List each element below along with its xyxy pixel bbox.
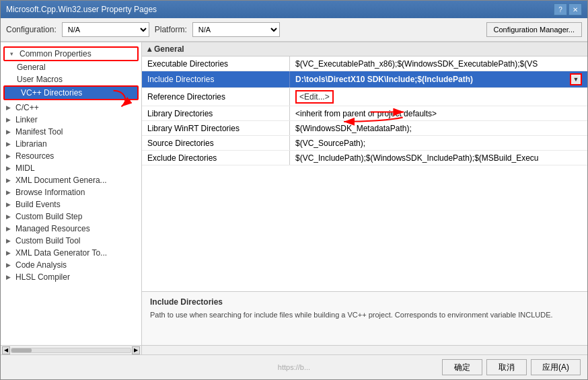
sidebar-item-general[interactable]: General [1, 61, 141, 73]
sidebar-item-vc-directories[interactable]: VC++ Directories [5, 87, 137, 99]
prop-value: $(VC_SourcePath); [290, 136, 587, 150]
sidebar-item-linker[interactable]: ▶ Linker [1, 114, 141, 126]
bottom-panel-desc: Path to use when searching for include f… [150, 309, 579, 321]
sidebar-item-label: Manifest Tool [15, 127, 139, 137]
sidebar-item-label: XML Data Generator To... [15, 248, 139, 258]
sidebar-item-label: Resources [15, 151, 139, 161]
prop-name-text: Library Directories [147, 109, 213, 118]
help-button[interactable]: ? [554, 3, 567, 15]
apply-button[interactable]: 应用(A) [531, 359, 581, 375]
sidebar-item-user-macros[interactable]: User Macros [1, 73, 141, 85]
prop-value: $(VC_ExecutablePath_x86);$(WindowsSDK_Ex… [290, 56, 587, 71]
sidebar-item-label: Common Properties [20, 49, 135, 59]
sidebar-item-label: Browse Information [15, 188, 139, 197]
sidebar-item-librarian[interactable]: ▶ Librarian [1, 138, 141, 150]
main-content: ▾ Common Properties General User Macros … [1, 42, 587, 345]
include-dropdown-button[interactable]: ▼ [570, 73, 582, 85]
title-bar: Microsoft.Cpp.Win32.user Property Pages … [1, 1, 587, 18]
sidebar-item-label: HLSL Compiler [15, 272, 139, 282]
config-select[interactable]: N/A [62, 22, 149, 37]
sidebar-item-manifest-tool[interactable]: ▶ Manifest Tool [1, 126, 141, 138]
sidebar-item-code-analysis[interactable]: ▶ Code Analysis [1, 259, 141, 271]
include-value-text: D:\tools\DirectX10 SDK\Include;$(Include… [295, 75, 567, 84]
prop-value-text: <inherit from parent or project defaults… [295, 109, 582, 118]
sidebar-item-label: VC++ Directories [21, 88, 135, 98]
reference-edit-box[interactable]: <Edit...> [295, 90, 334, 104]
prop-row-reference: Reference Directories <Edit...> [142, 88, 587, 106]
bottom-panel: Include Directories Path to use when sea… [142, 291, 587, 345]
expand-icon: ▶ [6, 201, 15, 208]
sidebar-item-label: Linker [15, 115, 139, 124]
expand-icon: ▶ [6, 274, 15, 280]
sidebar-item-label: Custom Build Step [15, 212, 139, 221]
prop-row-library-winrt: Library WinRT Directories $(WindowsSDK_M… [142, 121, 587, 136]
prop-name-text: Reference Directories [147, 92, 225, 102]
expand-icon: ▶ [6, 213, 15, 220]
scroll-left-button[interactable]: ◀ [2, 346, 10, 354]
platform-label: Platform: [155, 25, 187, 34]
prop-name: Library Directories [142, 106, 290, 120]
prop-name-text: Executable Directories [147, 59, 228, 69]
prop-name: Source Directories [142, 136, 290, 150]
expand-icon: ▶ [6, 225, 15, 232]
section-header: ▴ General [142, 42, 587, 56]
sidebar-item-xml-doc-gen[interactable]: ▶ XML Document Genera... [1, 174, 141, 186]
sidebar-item-custom-build-step[interactable]: ▶ Custom Build Step [1, 211, 141, 223]
watermark: https://b... [278, 363, 310, 371]
sidebar-item-label: Build Events [15, 200, 139, 209]
main-window: Microsoft.Cpp.Win32.user Property Pages … [0, 0, 588, 380]
sidebar-item-managed-resources[interactable]: ▶ Managed Resources [1, 223, 141, 235]
sidebar-item-label: MIDL [15, 163, 139, 173]
expand-icon: ▶ [6, 177, 15, 184]
sidebar-item-cpp[interactable]: ▶ C/C++ [1, 102, 141, 114]
platform-select[interactable]: N/A [192, 22, 280, 37]
expand-icon: ▶ [6, 128, 15, 135]
scroll-right-button[interactable]: ▶ [132, 346, 140, 354]
expand-icon: ▾ [10, 50, 20, 57]
sidebar-item-browse-info[interactable]: ▶ Browse Information [1, 186, 141, 198]
prop-row-executable: Executable Directories $(VC_ExecutablePa… [142, 56, 587, 71]
toolbar: Configuration: N/A Platform: N/A Configu… [1, 18, 587, 42]
ok-button[interactable]: 确定 [442, 359, 482, 375]
sidebar-item-custom-build-tool[interactable]: ▶ Custom Build Tool [1, 235, 141, 247]
sidebar-item-label: User Macros [17, 75, 139, 84]
footer: https://b... 确定 取消 应用(A) [1, 354, 587, 379]
sidebar-item-label: Managed Resources [15, 224, 139, 233]
prop-name: Include Directories [142, 71, 290, 87]
sidebar-item-resources[interactable]: ▶ Resources [1, 150, 141, 162]
prop-value-text: $(VC_IncludePath);$(WindowsSDK_IncludePa… [295, 153, 582, 163]
prop-value-text: $(VC_ExecutablePath_x86);$(WindowsSDK_Ex… [295, 59, 582, 69]
prop-row-include[interactable]: Include Directories D:\tools\DirectX10 S… [142, 71, 587, 88]
prop-name-text: Source Directories [147, 139, 214, 148]
prop-value-text: $(WindowsSDK_MetadataPath); [295, 124, 582, 133]
prop-value: <Edit...> [290, 88, 587, 106]
sidebar-item-midl[interactable]: ▶ MIDL [1, 162, 141, 174]
properties-area: ▴ General Executable Directories $(VC_Ex… [142, 42, 587, 291]
config-manager-button[interactable]: Configuration Manager... [486, 22, 582, 37]
expand-icon: ▶ [6, 141, 15, 147]
sidebar-item-label: General [17, 63, 139, 72]
prop-name-text: Library WinRT Directories [147, 124, 240, 133]
prop-name: Reference Directories [142, 88, 290, 106]
expand-icon: ▶ [6, 165, 15, 172]
expand-icon: ▶ [6, 250, 15, 256]
section-title: General [154, 44, 184, 54]
sidebar-item-common-properties[interactable]: ▾ Common Properties [5, 48, 137, 60]
sidebar-item-xml-data-gen[interactable]: ▶ XML Data Generator To... [1, 247, 141, 259]
left-panel: ▾ Common Properties General User Macros … [1, 42, 142, 345]
sidebar-item-build-events[interactable]: ▶ Build Events [1, 198, 141, 211]
prop-name: Executable Directories [142, 56, 290, 71]
sidebar-item-label: Custom Build Tool [15, 236, 139, 245]
prop-value: $(VC_IncludePath);$(WindowsSDK_IncludePa… [290, 151, 587, 165]
close-button[interactable]: ✕ [568, 3, 582, 15]
prop-row-exclude: Exclude Directories $(VC_IncludePath);$(… [142, 151, 587, 165]
prop-value: $(WindowsSDK_MetadataPath); [290, 121, 587, 135]
expand-icon: ▶ [6, 104, 15, 111]
prop-value: D:\tools\DirectX10 SDK\Include;$(Include… [290, 71, 587, 87]
title-bar-buttons: ? ✕ [554, 3, 582, 15]
cancel-button[interactable]: 取消 [486, 359, 527, 375]
sidebar-item-hlsl-compiler[interactable]: ▶ HLSL Compiler [1, 271, 141, 283]
expand-icon: ▶ [6, 262, 15, 268]
expand-icon: ▶ [6, 189, 15, 196]
sidebar-item-label: XML Document Genera... [15, 176, 139, 185]
